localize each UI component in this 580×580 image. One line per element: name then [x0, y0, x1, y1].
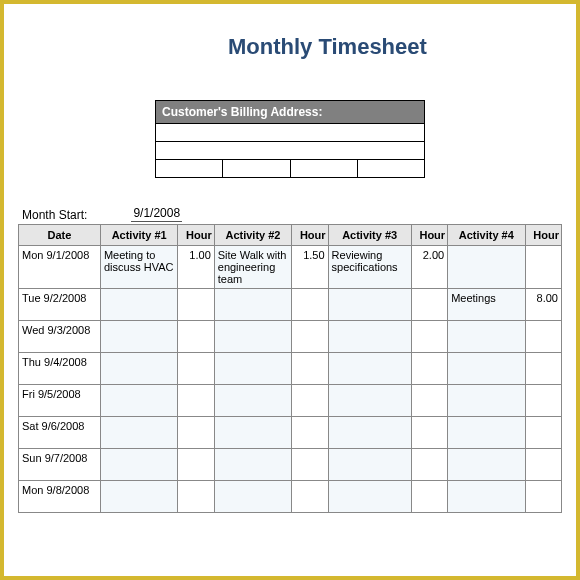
billing-cell: [358, 160, 424, 177]
cell-activity-2: [214, 449, 291, 481]
cell-hour-2: [292, 321, 328, 353]
cell-hour-1: [178, 449, 214, 481]
cell-activity-2: [214, 321, 291, 353]
cell-activity-3: Reviewing specifications: [328, 246, 411, 289]
cell-date: Mon 9/1/2008: [19, 246, 101, 289]
cell-activity-4: Meetings: [448, 289, 525, 321]
cell-activity-1: [100, 449, 177, 481]
table-row: Sat 9/6/2008: [19, 417, 562, 449]
table-row: Wed 9/3/2008: [19, 321, 562, 353]
header-activity-4: Activity #4: [448, 225, 525, 246]
cell-hour-3: [411, 353, 447, 385]
cell-hour-1: [178, 289, 214, 321]
cell-date: Mon 9/8/2008: [19, 481, 101, 513]
header-hour-2: Hour: [292, 225, 328, 246]
cell-activity-3: [328, 417, 411, 449]
cell-activity-4: [448, 246, 525, 289]
header-activity-3: Activity #3: [328, 225, 411, 246]
month-start-label: Month Start:: [22, 208, 87, 222]
cell-hour-3: [411, 289, 447, 321]
cell-activity-3: [328, 385, 411, 417]
cell-hour-4: [525, 385, 561, 417]
header-activity-2: Activity #2: [214, 225, 291, 246]
cell-activity-2: Site Walk with engineering team: [214, 246, 291, 289]
cell-hour-2: [292, 449, 328, 481]
cell-activity-4: [448, 321, 525, 353]
cell-activity-2: [214, 481, 291, 513]
cell-activity-1: [100, 353, 177, 385]
cell-activity-1: [100, 289, 177, 321]
cell-activity-4: [448, 353, 525, 385]
cell-hour-3: 2.00: [411, 246, 447, 289]
cell-date: Sat 9/6/2008: [19, 417, 101, 449]
header-hour-1: Hour: [178, 225, 214, 246]
billing-address-cells: [155, 160, 425, 178]
cell-hour-3: [411, 385, 447, 417]
header-date: Date: [19, 225, 101, 246]
cell-hour-4: [525, 321, 561, 353]
table-row: Mon 9/8/2008: [19, 481, 562, 513]
cell-hour-4: [525, 449, 561, 481]
month-start-row: Month Start: 9/1/2008: [22, 206, 562, 222]
cell-activity-2: [214, 385, 291, 417]
cell-hour-1: [178, 417, 214, 449]
table-row: Tue 9/2/2008Meetings8.00: [19, 289, 562, 321]
document-frame: Monthly Timesheet Customer's Billing Add…: [0, 0, 580, 580]
cell-hour-4: [525, 481, 561, 513]
billing-address-box: Customer's Billing Address:: [155, 100, 425, 178]
header-hour-4: Hour: [525, 225, 561, 246]
billing-cell: [223, 160, 290, 177]
cell-hour-4: 8.00: [525, 289, 561, 321]
cell-activity-3: [328, 353, 411, 385]
billing-cell: [156, 160, 223, 177]
table-row: Thu 9/4/2008: [19, 353, 562, 385]
cell-hour-2: 1.50: [292, 246, 328, 289]
cell-hour-4: [525, 246, 561, 289]
cell-hour-4: [525, 353, 561, 385]
cell-activity-4: [448, 385, 525, 417]
cell-activity-2: [214, 417, 291, 449]
cell-date: Thu 9/4/2008: [19, 353, 101, 385]
cell-activity-1: [100, 321, 177, 353]
cell-date: Wed 9/3/2008: [19, 321, 101, 353]
cell-hour-2: [292, 417, 328, 449]
cell-activity-2: [214, 289, 291, 321]
cell-hour-2: [292, 353, 328, 385]
cell-activity-2: [214, 353, 291, 385]
header-activity-1: Activity #1: [100, 225, 177, 246]
cell-hour-1: [178, 481, 214, 513]
timesheet-table: Date Activity #1 Hour Activity #2 Hour A…: [18, 224, 562, 513]
cell-hour-3: [411, 481, 447, 513]
table-row: Sun 9/7/2008: [19, 449, 562, 481]
cell-date: Tue 9/2/2008: [19, 289, 101, 321]
billing-address-line-1: [155, 124, 425, 142]
cell-activity-4: [448, 449, 525, 481]
cell-activity-4: [448, 481, 525, 513]
cell-hour-3: [411, 321, 447, 353]
cell-hour-1: [178, 385, 214, 417]
cell-activity-3: [328, 481, 411, 513]
header-hour-3: Hour: [411, 225, 447, 246]
cell-activity-4: [448, 417, 525, 449]
cell-hour-2: [292, 385, 328, 417]
cell-activity-1: [100, 481, 177, 513]
cell-hour-3: [411, 449, 447, 481]
cell-activity-1: [100, 417, 177, 449]
cell-activity-1: [100, 385, 177, 417]
table-header-row: Date Activity #1 Hour Activity #2 Hour A…: [19, 225, 562, 246]
cell-hour-4: [525, 417, 561, 449]
cell-activity-1: Meeting to discuss HVAC: [100, 246, 177, 289]
cell-hour-3: [411, 417, 447, 449]
cell-date: Fri 9/5/2008: [19, 385, 101, 417]
cell-activity-3: [328, 321, 411, 353]
cell-hour-1: [178, 353, 214, 385]
cell-hour-2: [292, 289, 328, 321]
cell-hour-1: 1.00: [178, 246, 214, 289]
cell-activity-3: [328, 449, 411, 481]
cell-activity-3: [328, 289, 411, 321]
month-start-value: 9/1/2008: [131, 206, 182, 222]
cell-hour-2: [292, 481, 328, 513]
cell-hour-1: [178, 321, 214, 353]
page-title: Monthly Timesheet: [228, 34, 562, 60]
cell-date: Sun 9/7/2008: [19, 449, 101, 481]
